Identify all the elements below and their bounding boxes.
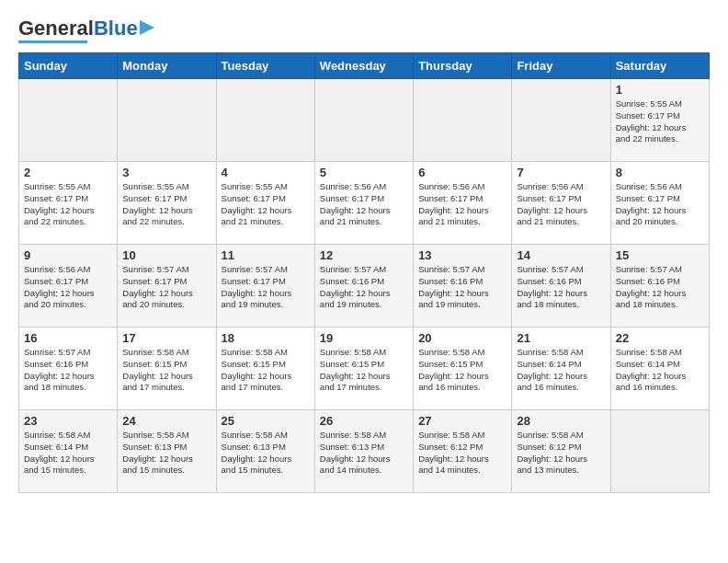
logo-underline (18, 40, 87, 43)
calendar-table: SundayMondayTuesdayWednesdayThursdayFrid… (18, 52, 710, 493)
day-info: Sunrise: 5:58 AMSunset: 6:13 PMDaylight:… (222, 430, 310, 477)
day-number: 14 (517, 248, 605, 262)
day-info: Sunrise: 5:58 AMSunset: 6:15 PMDaylight:… (222, 347, 310, 394)
day-info: Sunrise: 5:57 AMSunset: 6:17 PMDaylight:… (222, 264, 310, 311)
day-number: 27 (418, 414, 506, 428)
calendar-cell: 5Sunrise: 5:56 AMSunset: 6:17 PMDaylight… (314, 162, 413, 245)
calendar-cell: 7Sunrise: 5:56 AMSunset: 6:17 PMDaylight… (512, 162, 610, 245)
calendar-cell (118, 79, 216, 162)
day-info: Sunrise: 5:56 AMSunset: 6:17 PMDaylight:… (418, 181, 506, 228)
day-info: Sunrise: 5:55 AMSunset: 6:17 PMDaylight:… (222, 181, 310, 228)
day-header-tuesday: Tuesday (216, 53, 314, 79)
page-header: GeneralBlue (18, 18, 710, 43)
logo: GeneralBlue (18, 18, 158, 43)
day-header-saturday: Saturday (610, 53, 709, 79)
calendar-cell: 17Sunrise: 5:58 AMSunset: 6:15 PMDayligh… (118, 327, 216, 410)
calendar-cell: 28Sunrise: 5:58 AMSunset: 6:12 PMDayligh… (512, 410, 610, 493)
calendar-header-row: SundayMondayTuesdayWednesdayThursdayFrid… (19, 53, 710, 79)
calendar-cell (314, 79, 413, 162)
day-header-thursday: Thursday (414, 53, 512, 79)
day-number: 26 (320, 414, 408, 428)
day-number: 3 (122, 166, 210, 179)
day-number: 28 (517, 414, 605, 428)
day-number: 19 (320, 331, 408, 345)
day-number: 9 (24, 248, 112, 262)
day-info: Sunrise: 5:57 AMSunset: 6:16 PMDaylight:… (320, 264, 408, 311)
day-number: 7 (517, 166, 605, 179)
day-info: Sunrise: 5:55 AMSunset: 6:17 PMDaylight:… (616, 98, 704, 145)
day-number: 23 (24, 414, 112, 428)
calendar-cell: 11Sunrise: 5:57 AMSunset: 6:17 PMDayligh… (216, 245, 314, 327)
day-number: 16 (24, 331, 112, 345)
calendar-cell: 18Sunrise: 5:58 AMSunset: 6:15 PMDayligh… (216, 327, 314, 410)
day-info: Sunrise: 5:58 AMSunset: 6:14 PMDaylight:… (517, 347, 605, 394)
calendar-cell: 15Sunrise: 5:57 AMSunset: 6:16 PMDayligh… (610, 245, 709, 327)
day-info: Sunrise: 5:57 AMSunset: 6:16 PMDaylight:… (517, 264, 605, 311)
calendar-week-row: 1Sunrise: 5:55 AMSunset: 6:17 PMDaylight… (19, 79, 710, 162)
day-number: 25 (222, 414, 310, 428)
calendar-week-row: 16Sunrise: 5:57 AMSunset: 6:16 PMDayligh… (19, 327, 710, 410)
day-info: Sunrise: 5:58 AMSunset: 6:15 PMDaylight:… (418, 347, 506, 394)
day-info: Sunrise: 5:58 AMSunset: 6:15 PMDaylight:… (122, 347, 210, 394)
calendar-cell: 10Sunrise: 5:57 AMSunset: 6:17 PMDayligh… (118, 245, 216, 327)
day-info: Sunrise: 5:58 AMSunset: 6:12 PMDaylight:… (517, 430, 605, 477)
day-number: 6 (418, 166, 506, 179)
calendar-cell: 13Sunrise: 5:57 AMSunset: 6:16 PMDayligh… (414, 245, 512, 327)
day-header-wednesday: Wednesday (314, 53, 413, 79)
calendar-cell: 27Sunrise: 5:58 AMSunset: 6:12 PMDayligh… (414, 410, 512, 493)
calendar-cell: 24Sunrise: 5:58 AMSunset: 6:13 PMDayligh… (118, 410, 216, 493)
calendar-cell: 12Sunrise: 5:57 AMSunset: 6:16 PMDayligh… (314, 245, 413, 327)
calendar-week-row: 23Sunrise: 5:58 AMSunset: 6:14 PMDayligh… (19, 410, 710, 493)
day-info: Sunrise: 5:57 AMSunset: 6:16 PMDaylight:… (418, 264, 506, 311)
day-number: 4 (222, 166, 310, 179)
calendar-cell (19, 79, 118, 162)
day-number: 1 (616, 83, 704, 97)
calendar-cell: 21Sunrise: 5:58 AMSunset: 6:14 PMDayligh… (512, 327, 610, 410)
calendar-cell: 19Sunrise: 5:58 AMSunset: 6:15 PMDayligh… (314, 327, 413, 410)
day-number: 2 (24, 166, 112, 179)
day-number: 20 (418, 331, 506, 345)
day-number: 22 (616, 331, 704, 345)
calendar-cell (512, 79, 610, 162)
day-number: 10 (122, 248, 210, 262)
day-info: Sunrise: 5:56 AMSunset: 6:17 PMDaylight:… (320, 181, 408, 228)
day-info: Sunrise: 5:57 AMSunset: 6:16 PMDaylight:… (616, 264, 704, 311)
calendar-cell: 6Sunrise: 5:56 AMSunset: 6:17 PMDaylight… (414, 162, 512, 245)
calendar-cell: 8Sunrise: 5:56 AMSunset: 6:17 PMDaylight… (610, 162, 709, 245)
day-number: 8 (616, 166, 704, 179)
calendar-cell: 16Sunrise: 5:57 AMSunset: 6:16 PMDayligh… (19, 327, 118, 410)
day-info: Sunrise: 5:56 AMSunset: 6:17 PMDaylight:… (517, 181, 605, 228)
day-info: Sunrise: 5:58 AMSunset: 6:13 PMDaylight:… (320, 430, 408, 477)
calendar-cell: 1Sunrise: 5:55 AMSunset: 6:17 PMDaylight… (610, 79, 709, 162)
day-info: Sunrise: 5:57 AMSunset: 6:16 PMDaylight:… (24, 347, 112, 394)
day-info: Sunrise: 5:58 AMSunset: 6:15 PMDaylight:… (320, 347, 408, 394)
calendar-cell: 2Sunrise: 5:55 AMSunset: 6:17 PMDaylight… (19, 162, 118, 245)
day-number: 18 (222, 331, 310, 345)
day-header-sunday: Sunday (19, 53, 118, 79)
day-number: 5 (320, 166, 408, 179)
day-header-monday: Monday (118, 53, 216, 79)
day-info: Sunrise: 5:58 AMSunset: 6:14 PMDaylight:… (24, 430, 112, 477)
day-number: 24 (122, 414, 210, 428)
day-info: Sunrise: 5:57 AMSunset: 6:17 PMDaylight:… (122, 264, 210, 311)
day-info: Sunrise: 5:58 AMSunset: 6:13 PMDaylight:… (122, 430, 210, 477)
day-header-friday: Friday (512, 53, 610, 79)
logo-arrow-icon (140, 18, 158, 37)
calendar-cell: 23Sunrise: 5:58 AMSunset: 6:14 PMDayligh… (19, 410, 118, 493)
day-number: 21 (517, 331, 605, 345)
calendar-cell: 3Sunrise: 5:55 AMSunset: 6:17 PMDaylight… (118, 162, 216, 245)
svg-marker-0 (140, 20, 154, 35)
calendar-cell (216, 79, 314, 162)
calendar-cell (610, 410, 709, 493)
day-info: Sunrise: 5:58 AMSunset: 6:14 PMDaylight:… (616, 347, 704, 394)
day-info: Sunrise: 5:58 AMSunset: 6:12 PMDaylight:… (418, 430, 506, 477)
calendar-cell: 4Sunrise: 5:55 AMSunset: 6:17 PMDaylight… (216, 162, 314, 245)
day-info: Sunrise: 5:55 AMSunset: 6:17 PMDaylight:… (24, 181, 112, 228)
calendar-week-row: 9Sunrise: 5:56 AMSunset: 6:17 PMDaylight… (19, 245, 710, 327)
day-info: Sunrise: 5:56 AMSunset: 6:17 PMDaylight:… (24, 264, 112, 311)
day-info: Sunrise: 5:56 AMSunset: 6:17 PMDaylight:… (616, 181, 704, 228)
calendar-cell: 25Sunrise: 5:58 AMSunset: 6:13 PMDayligh… (216, 410, 314, 493)
calendar-cell: 26Sunrise: 5:58 AMSunset: 6:13 PMDayligh… (314, 410, 413, 493)
calendar-cell: 22Sunrise: 5:58 AMSunset: 6:14 PMDayligh… (610, 327, 709, 410)
calendar-cell (414, 79, 512, 162)
